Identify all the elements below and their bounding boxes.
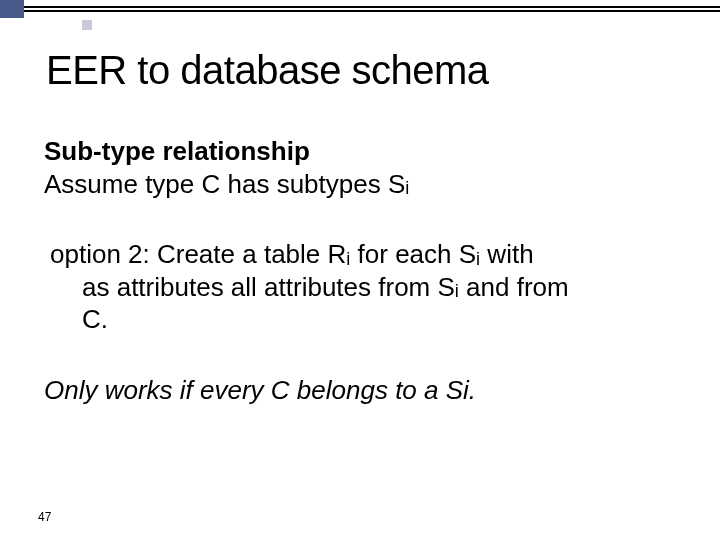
option2-line2a: as attributes all attributes from S	[82, 272, 455, 302]
option2-line1c: with	[480, 239, 533, 269]
slide-content: EER to database schema Sub-type relation…	[38, 48, 682, 406]
slide-title: EER to database schema	[46, 48, 682, 93]
option2-line1a: option 2: Create a table R	[50, 239, 346, 269]
subscript-i: i	[405, 178, 409, 198]
option-2-block: option 2: Create a table Ri for each Si …	[44, 238, 682, 336]
subtype-heading: Sub-type relationship	[44, 135, 682, 168]
constraint-note: Only works if every C belongs to a Si.	[44, 374, 682, 407]
subscript-i: i	[346, 249, 350, 269]
option2-line2b: and from	[459, 272, 569, 302]
option2-line1b: for each S	[350, 239, 476, 269]
slide-body: Sub-type relationship Assume type C has …	[38, 135, 682, 406]
assume-line: Assume type C has subtypes Si	[44, 168, 682, 201]
top-small-decorative-square	[82, 20, 92, 30]
assume-prefix: Assume type C has subtypes S	[44, 169, 405, 199]
top-bar-double-line	[24, 0, 720, 18]
top-bar-accent-square	[0, 0, 24, 18]
subscript-i: i	[455, 281, 459, 301]
option-2-line-1: option 2: Create a table Ri for each Si …	[50, 238, 682, 271]
subscript-i: i	[476, 249, 480, 269]
option-2-line-3: C.	[50, 303, 682, 336]
slide-top-decorative-bar	[0, 0, 720, 18]
page-number: 47	[38, 510, 51, 524]
option-2-line-2: as attributes all attributes from Si and…	[50, 271, 682, 304]
